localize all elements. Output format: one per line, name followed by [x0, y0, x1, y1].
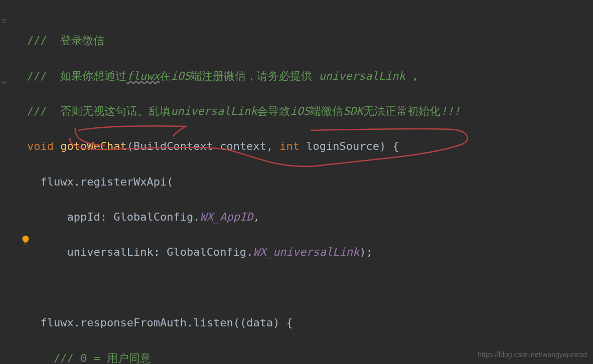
named-param: appId	[67, 211, 100, 223]
doc-comment: /// 登录微信	[27, 34, 104, 47]
identifier: fluwx	[41, 175, 74, 188]
function-name: gotoWeChat	[60, 140, 126, 152]
doc-comment: /// 否则无视这句话。乱填	[27, 105, 171, 117]
doc-ref: fluwx	[126, 70, 160, 82]
static-member: WX_universalLink	[253, 246, 359, 258]
watermark-text: https://blog.csdn.net/wangyajuncsd	[478, 349, 587, 360]
code-area[interactable]: /// 登录微信 /// 如果你想通过fluwx在iOS端注册微信，请务必提供 …	[0, 14, 593, 364]
doc-comment: /// 0 = 用户同意	[54, 352, 151, 364]
named-param: universalLink	[67, 246, 153, 258]
static-member: WX_AppID	[200, 211, 253, 223]
keyword-void: void	[27, 140, 54, 152]
code-editor[interactable]: ⊟ ⊟ /// 登录微信 /// 如果你想通过fluwx在iOS端注册微信，请务…	[0, 0, 593, 364]
doc-comment: /// 如果你想通过	[27, 70, 126, 82]
